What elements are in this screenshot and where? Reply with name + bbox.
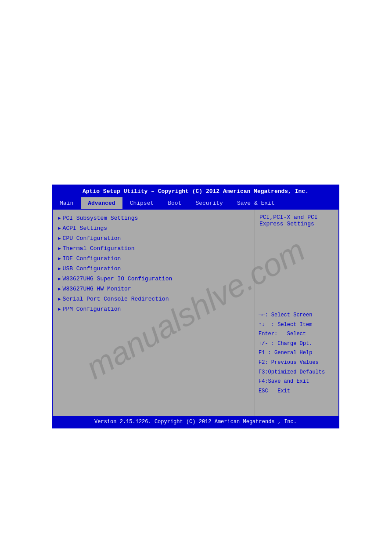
menu-item-label: USB Configuration <box>63 265 121 272</box>
keybinding-f1: F1 : General Help <box>259 348 335 358</box>
keybinding-f4: F4:Save and Exit <box>259 377 335 387</box>
bios-nav: Main Advanced Chipset Boot Security Save… <box>53 197 338 210</box>
menu-w83627uhg-superio[interactable]: ► W83627UHG Super IO Configuration <box>53 274 255 284</box>
nav-save-exit[interactable]: Save & Exit <box>230 197 282 209</box>
menu-ppm-configuration[interactable]: ► PPM Configuration <box>53 304 255 314</box>
menu-item-label: ACPI Settings <box>63 225 107 232</box>
help-description: PCI,PCI-X and PCI Express Settings <box>255 210 338 306</box>
menu-item-label: PCI Subsystem Settings <box>63 215 138 221</box>
menu-item-label: W83627UHG Super IO Configuration <box>63 276 173 282</box>
bios-menu-panel: ► PCI Subsystem Settings ► ACPI Settings… <box>53 210 255 416</box>
keybinding-f3: F3:Optimized Defaults <box>259 368 335 377</box>
menu-cpu-configuration[interactable]: ► CPU Configuration <box>53 233 255 243</box>
keybinding-enter: Enter: Select <box>259 330 335 339</box>
keybinding-select-screen: →←: Select Screen <box>259 311 335 320</box>
menu-usb-configuration[interactable]: ► USB Configuration <box>53 264 255 274</box>
menu-ide-configuration[interactable]: ► IDE Configuration <box>53 254 255 264</box>
bios-content: ► PCI Subsystem Settings ► ACPI Settings… <box>53 210 338 416</box>
arrow-icon: ► <box>58 246 61 251</box>
keybinding-charge-opt: +/- : Charge Opt. <box>259 339 335 349</box>
help-keybindings: →←: Select Screen ↑↓ : Select Item Enter… <box>255 306 338 400</box>
nav-boot[interactable]: Boot <box>161 197 188 209</box>
nav-security[interactable]: Security <box>188 197 230 209</box>
menu-thermal-configuration[interactable]: ► Thermal Configuration <box>53 243 255 254</box>
bios-help-panel: PCI,PCI-X and PCI Express Settings →←: S… <box>255 210 338 416</box>
menu-item-label: IDE Configuration <box>63 255 121 262</box>
nav-advanced[interactable]: Advanced <box>80 197 122 209</box>
arrow-icon: ► <box>58 236 61 241</box>
menu-item-label: Thermal Configuration <box>63 245 135 252</box>
menu-acpi-settings[interactable]: ► ACPI Settings <box>53 223 255 233</box>
menu-item-label: PPM Configuration <box>63 306 121 312</box>
bios-title: Aptio Setup Utility – Copyright (C) 2012… <box>53 185 338 197</box>
arrow-icon: ► <box>58 307 61 312</box>
arrow-icon: ► <box>58 256 61 261</box>
arrow-icon: ► <box>58 216 61 221</box>
arrow-icon: ► <box>58 266 61 272</box>
bios-footer: Version 2.15.1226. Copyright (C) 2012 Am… <box>53 416 338 428</box>
menu-pci-subsystem[interactable]: ► PCI Subsystem Settings <box>53 213 255 223</box>
arrow-icon: ► <box>58 297 61 302</box>
keybinding-f2: F2: Previous Values <box>259 358 335 368</box>
nav-chipset[interactable]: Chipset <box>123 197 161 209</box>
menu-serial-port-console[interactable]: ► Serial Port Console Redirection <box>53 294 255 304</box>
arrow-icon: ► <box>58 276 61 282</box>
bios-window: Aptio Setup Utility – Copyright (C) 2012… <box>52 185 339 428</box>
nav-main[interactable]: Main <box>53 197 80 209</box>
menu-item-label: W83627UHG HW Monitor <box>63 286 131 292</box>
menu-w83627uhg-hwmonitor[interactable]: ► W83627UHG HW Monitor <box>53 284 255 294</box>
arrow-icon: ► <box>58 226 61 231</box>
arrow-icon: ► <box>58 287 61 292</box>
keybinding-select-item: ↑↓ : Select Item <box>259 320 335 330</box>
keybinding-esc: ESC Exit <box>259 387 335 396</box>
menu-item-label: Serial Port Console Redirection <box>63 296 169 302</box>
menu-item-label: CPU Configuration <box>63 235 121 242</box>
